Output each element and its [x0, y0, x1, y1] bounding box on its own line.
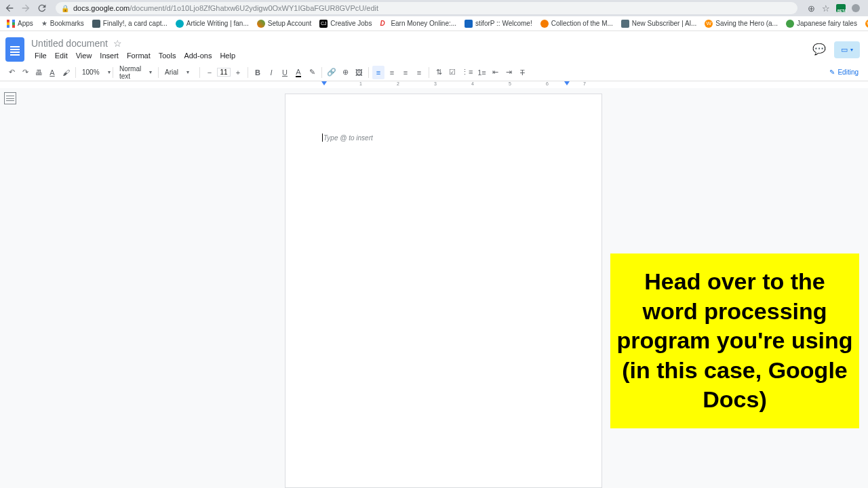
align-left-button[interactable]: ≡	[372, 66, 384, 79]
bookmark-item[interactable]: Collection of the M...	[538, 18, 616, 29]
document-title[interactable]: Untitled document	[31, 38, 108, 49]
align-justify-button[interactable]: ≡	[413, 66, 425, 79]
placeholder-text: Type @ to insert	[323, 134, 373, 142]
extension-icon[interactable]: BETA	[835, 3, 846, 14]
font-size-input[interactable]	[217, 68, 231, 77]
align-center-button[interactable]: ≡	[386, 66, 398, 79]
line-spacing-button[interactable]: ⇅	[433, 66, 445, 79]
ruler: 1 2 3 4 5 6 7	[0, 81, 868, 88]
menu-edit[interactable]: Edit	[52, 50, 71, 61]
bold-button[interactable]: B	[252, 66, 264, 79]
font-size-decrease[interactable]: −	[203, 66, 216, 79]
document-page[interactable]: Type @ to insert	[285, 94, 602, 488]
back-button[interactable]	[4, 3, 15, 14]
comments-icon[interactable]: 💬	[812, 43, 826, 56]
insert-comment-button[interactable]: ⊕	[339, 66, 351, 79]
favicon: CJ	[319, 20, 328, 28]
redo-button[interactable]: ↷	[19, 66, 31, 79]
menu-bar: File Edit View Insert Format Tools Add-o…	[31, 50, 812, 61]
instruction-callout: Head over to the word processing program…	[610, 253, 859, 428]
toolbar: ↶ ↷ 🖶 A 🖌 100% Normal text Arial − + B I…	[0, 64, 868, 81]
highlight-button[interactable]: ✎	[306, 66, 318, 79]
bookmark-item[interactable]: WSaving the Hero (a...	[702, 18, 781, 29]
font-size-increase[interactable]: +	[232, 66, 244, 79]
number-list-button[interactable]: 1≡	[475, 66, 488, 79]
menu-insert[interactable]: Insert	[96, 50, 122, 61]
bookmark-item[interactable]: Setup Account	[254, 18, 315, 29]
bookmark-item[interactable]: stiforP :: Welcome!	[462, 18, 535, 29]
right-indent-handle[interactable]	[564, 81, 570, 85]
text-cursor	[322, 134, 323, 142]
search-icon[interactable]: ⊕	[806, 3, 816, 14]
browser-nav-bar: 🔒 docs.google.com/document/d/1o10Ljo8ZfG…	[0, 0, 868, 16]
zoom-select[interactable]: 100%	[79, 67, 109, 77]
favicon	[540, 20, 549, 28]
url-bar[interactable]: 🔒 docs.google.com/document/d/1o10Ljo8ZfG…	[56, 2, 797, 14]
bookmark-star-icon[interactable]: ☆	[821, 3, 831, 14]
decrease-indent-button[interactable]: ⇤	[489, 66, 501, 79]
menu-format[interactable]: Format	[123, 50, 154, 61]
favicon	[92, 20, 100, 28]
apps-icon	[7, 20, 15, 28]
underline-button[interactable]: U	[279, 66, 291, 79]
bullet-list-button[interactable]: ⋮≡	[460, 66, 474, 79]
favicon	[786, 20, 794, 28]
present-button[interactable]: ▭▾	[834, 41, 860, 58]
menu-tools[interactable]: Tools	[155, 50, 180, 61]
apps-button[interactable]: Apps	[4, 18, 36, 29]
favicon: W	[865, 20, 868, 28]
menu-addons[interactable]: Add-ons	[180, 50, 215, 61]
pencil-icon: ✎	[829, 68, 835, 76]
bookmark-item[interactable]: ★Bookmarks	[39, 18, 87, 28]
spellcheck-button[interactable]: A	[46, 66, 58, 79]
bookmark-item[interactable]: Article Writing | fan...	[173, 18, 252, 29]
outline-icon	[4, 92, 16, 104]
editing-mode-button[interactable]: ✎Editing	[825, 67, 863, 77]
clear-format-button[interactable]: T	[516, 66, 528, 79]
menu-file[interactable]: File	[31, 50, 50, 61]
print-button[interactable]: 🖶	[33, 66, 45, 79]
forward-button[interactable]	[20, 3, 31, 14]
bookmarks-bar: Apps ★Bookmarks Finally!, a card capt...…	[0, 16, 868, 31]
undo-button[interactable]: ↶	[5, 66, 18, 79]
docs-logo-icon[interactable]	[5, 37, 24, 62]
paint-format-button[interactable]: 🖌	[60, 66, 72, 79]
lock-icon: 🔒	[61, 5, 69, 12]
reload-button[interactable]	[37, 3, 47, 14]
favicon: W	[705, 20, 713, 28]
favicon: D	[380, 20, 388, 28]
insert-link-button[interactable]: 🔗	[326, 66, 338, 79]
favicon	[257, 20, 265, 28]
bookmark-item[interactable]: CJCreative Jobs	[317, 18, 374, 29]
favicon	[621, 20, 629, 28]
bookmark-item[interactable]: DEarn Money Online:...	[377, 18, 459, 29]
indent-handle[interactable]	[321, 81, 327, 85]
favicon	[176, 20, 184, 28]
bookmark-item[interactable]: Finally!, a card capt...	[90, 18, 170, 29]
extension2-icon[interactable]	[850, 3, 861, 14]
font-select[interactable]: Arial	[162, 67, 196, 77]
bookmark-item[interactable]: Japanese fairy tales	[783, 18, 860, 29]
insert-image-button[interactable]: 🖼	[353, 66, 365, 79]
menu-help[interactable]: Help	[216, 50, 239, 61]
outline-toggle[interactable]	[0, 88, 22, 488]
align-right-button[interactable]: ≡	[399, 66, 412, 79]
present-icon: ▭	[841, 45, 848, 54]
checklist-button[interactable]: ☑	[446, 66, 458, 79]
bookmark-item[interactable]: New Subscriber | Al...	[618, 18, 699, 29]
star-icon[interactable]: ☆	[113, 38, 122, 49]
url-text: docs.google.com/document/d/1o10Ljo8ZfGha…	[73, 4, 792, 12]
favicon	[465, 20, 473, 28]
docs-header: Untitled document ☆ File Edit View Inser…	[0, 31, 868, 64]
menu-view[interactable]: View	[73, 50, 96, 61]
text-color-button[interactable]: A	[292, 66, 304, 79]
bookmark-item[interactable]: WSaving the Hero (a...	[863, 18, 868, 29]
workspace: Type @ to insert Head over to the word p…	[0, 88, 868, 488]
italic-button[interactable]: I	[265, 66, 277, 79]
style-select[interactable]: Normal text	[117, 64, 155, 81]
increase-indent-button[interactable]: ⇥	[502, 66, 515, 79]
